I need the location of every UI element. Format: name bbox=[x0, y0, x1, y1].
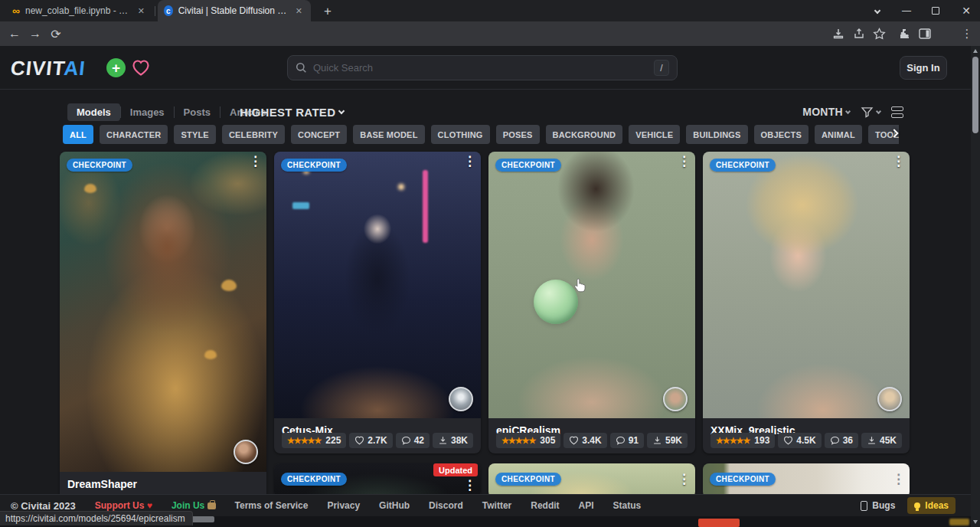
sort-dropdown[interactable]: HIGHEST RATED bbox=[240, 102, 344, 122]
minimize-button[interactable]: — bbox=[893, 0, 920, 21]
layout-toggle-icon[interactable] bbox=[891, 106, 903, 118]
model-card-image: CHECKPOINT Updated ⋮ bbox=[274, 463, 481, 498]
category-chip-all[interactable]: ALL bbox=[63, 125, 93, 144]
footer-link-privacy[interactable]: Privacy bbox=[327, 500, 360, 511]
comment-icon bbox=[830, 436, 840, 445]
tab-close-icon[interactable]: ✕ bbox=[136, 5, 147, 17]
feed-controls: MONTH bbox=[802, 102, 903, 122]
tab-posts[interactable]: Posts bbox=[175, 103, 220, 121]
sign-in-button[interactable]: Sign In bbox=[900, 56, 947, 80]
model-card-partial[interactable]: CHECKPOINT ⋮ bbox=[703, 463, 910, 498]
scroll-down-arrow[interactable] bbox=[973, 520, 978, 524]
new-tab-button[interactable]: + bbox=[318, 2, 337, 21]
category-chip-objects[interactable]: OBJECTS bbox=[754, 125, 808, 144]
filter-dropdown[interactable] bbox=[861, 106, 880, 119]
rating-count: 193 bbox=[754, 435, 769, 446]
category-chip-celebrity[interactable]: CELEBRITY bbox=[222, 125, 285, 144]
downloads-pill: 45K bbox=[861, 433, 902, 448]
reload-button[interactable]: ⟳ bbox=[46, 25, 66, 43]
footer-link-support-us[interactable]: Support Us ♥ bbox=[95, 500, 152, 511]
category-chip-animal[interactable]: ANIMAL bbox=[815, 125, 862, 144]
bug-icon bbox=[861, 501, 867, 511]
model-card-partial[interactable]: CHECKPOINT Updated ⋮ bbox=[274, 463, 481, 498]
card-menu-dots-icon[interactable]: ⋮ bbox=[463, 479, 476, 493]
category-chip-concept[interactable]: CONCEPT bbox=[291, 125, 347, 144]
footer-link-join-us[interactable]: Join Us bbox=[172, 500, 216, 511]
model-card-epicrealism[interactable]: CHECKPOINT ⋮ epiCRealism ★★★★★ 305 3.4K bbox=[488, 152, 695, 453]
tab-strip: ∞ new_colab_file.ipynb - Colaborat ✕ c C… bbox=[0, 0, 980, 21]
category-chip-poses[interactable]: POSES bbox=[496, 125, 540, 144]
add-button[interactable]: + bbox=[106, 58, 126, 77]
tab-images[interactable]: Images bbox=[121, 103, 174, 121]
civitai-logo[interactable]: CIVITAI bbox=[9, 57, 87, 80]
extensions-puzzle-icon[interactable] bbox=[896, 26, 913, 41]
browser-tab-colab[interactable]: ∞ new_colab_file.ipynb - Colaborat ✕ bbox=[6, 0, 153, 21]
checkpoint-badge: CHECKPOINT bbox=[495, 473, 561, 486]
save-page-icon[interactable] bbox=[830, 26, 847, 41]
chips-scroll-next-icon[interactable] bbox=[891, 127, 902, 141]
model-card-image: CHECKPOINT ⋮ bbox=[703, 152, 910, 418]
category-chip-buildings[interactable]: BUILDINGS bbox=[686, 125, 747, 144]
card-menu-dots-icon[interactable]: ⋮ bbox=[678, 155, 691, 169]
tab-close-icon[interactable]: ✕ bbox=[293, 5, 305, 17]
forward-button[interactable]: → bbox=[25, 25, 45, 43]
favorites-heart-icon[interactable] bbox=[131, 58, 151, 77]
scrollbar-thumb[interactable] bbox=[972, 57, 978, 133]
ideas-button[interactable]: Ideas bbox=[907, 497, 956, 514]
card-menu-dots-icon[interactable]: ⋮ bbox=[892, 155, 905, 169]
card-menu-dots-icon[interactable]: ⋮ bbox=[892, 473, 905, 487]
footer-link-api[interactable]: API bbox=[579, 500, 594, 511]
side-panel-icon[interactable] bbox=[916, 26, 933, 41]
comments-pill: 91 bbox=[610, 433, 644, 448]
period-dropdown[interactable]: MONTH bbox=[802, 106, 850, 118]
rating-pill: ★★★★★ 225 bbox=[282, 433, 346, 448]
browser-window: ∞ new_colab_file.ipynb - Colaborat ✕ c C… bbox=[0, 0, 980, 527]
category-chip-row: ALL CHARACTER STYLE CELEBRITY CONCEPT BA… bbox=[63, 125, 899, 144]
star-rating-icons: ★★★★★ bbox=[716, 436, 750, 446]
downloads-count: 45K bbox=[880, 435, 897, 446]
page-scrollbar[interactable] bbox=[971, 46, 980, 527]
model-card-partial[interactable]: CHECKPOINT ⋮ bbox=[488, 463, 695, 498]
card-menu-dots-icon[interactable]: ⋮ bbox=[463, 155, 476, 169]
creator-avatar[interactable] bbox=[663, 387, 688, 411]
footer-link-terms[interactable]: Terms of Service bbox=[235, 500, 309, 511]
model-card-xxmix-9realistic[interactable]: CHECKPOINT ⋮ XXMix_9realistic ★★★★★ 193 … bbox=[703, 152, 910, 453]
footer-link-twitter[interactable]: Twitter bbox=[482, 500, 511, 511]
category-chip-base-model[interactable]: BASE MODEL bbox=[353, 125, 424, 144]
downloads-pill: 38K bbox=[433, 433, 473, 448]
category-chip-character[interactable]: CHARACTER bbox=[100, 125, 168, 144]
category-chip-style[interactable]: STYLE bbox=[174, 125, 215, 144]
creator-avatar[interactable] bbox=[234, 440, 258, 464]
back-button[interactable]: ← bbox=[5, 25, 24, 43]
status-url-text: https://civitai.com/models/25694/epicrea… bbox=[5, 513, 185, 524]
search-input[interactable] bbox=[313, 62, 648, 74]
creator-avatar[interactable] bbox=[877, 387, 902, 411]
browser-tab-civitai[interactable]: c Civitai | Stable Diffusion models, ✕ bbox=[158, 0, 311, 21]
bugs-button[interactable]: Bugs bbox=[861, 500, 895, 511]
quick-search-box[interactable]: / bbox=[287, 55, 678, 80]
bookmark-star-icon[interactable] bbox=[871, 26, 887, 41]
category-chip-clothing[interactable]: CLOTHING bbox=[431, 125, 490, 144]
footer-link-reddit[interactable]: Reddit bbox=[531, 500, 559, 511]
tab-models[interactable]: Models bbox=[67, 103, 120, 121]
footer-link-discord[interactable]: Discord bbox=[429, 500, 463, 511]
search-icon bbox=[296, 62, 307, 74]
share-icon[interactable] bbox=[851, 26, 867, 41]
card-menu-dots-icon[interactable]: ⋮ bbox=[249, 155, 262, 169]
rating-count: 305 bbox=[540, 435, 555, 446]
model-card-dreamshaper[interactable]: CHECKPOINT ⋮ DreamShaper bbox=[60, 152, 266, 504]
close-window-button[interactable]: ✕ bbox=[952, 0, 980, 21]
model-card-cetus-mix[interactable]: CHECKPOINT ⋮ Cetus-Mix ★★★★★ 225 2.7K bbox=[274, 152, 481, 453]
tab-search-chevron-icon[interactable] bbox=[864, 0, 891, 21]
scroll-up-arrow[interactable] bbox=[973, 49, 978, 53]
category-chip-background[interactable]: BACKGROUND bbox=[546, 125, 623, 144]
creator-avatar[interactable] bbox=[449, 387, 473, 411]
footer-link-github[interactable]: GitHub bbox=[379, 500, 410, 511]
card-stats-row: ★★★★★ 225 2.7K 42 38K bbox=[282, 433, 473, 448]
browser-menu-dots-icon[interactable]: ⋮ bbox=[959, 26, 975, 41]
comments-pill: 36 bbox=[825, 433, 858, 448]
footer-link-status[interactable]: Status bbox=[613, 500, 642, 511]
card-menu-dots-icon[interactable]: ⋮ bbox=[678, 473, 691, 487]
category-chip-vehicle[interactable]: VEHICLE bbox=[629, 125, 680, 144]
maximize-button[interactable] bbox=[922, 0, 949, 21]
